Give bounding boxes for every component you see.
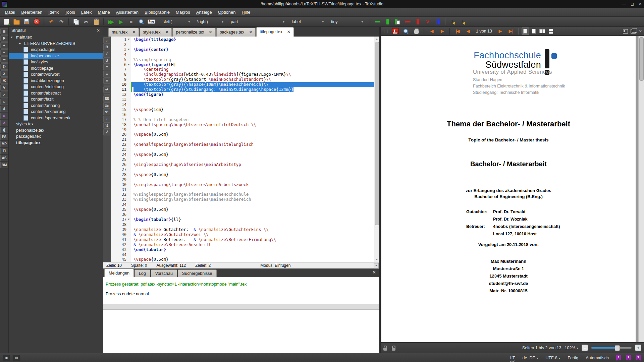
delimiters-icon[interactable]: ([ — [0, 127, 8, 133]
editor-scrollbar[interactable]: ▲ ▼ — [374, 37, 379, 262]
green-hline-icon[interactable] — [373, 18, 382, 26]
tab-titlepage-tex[interactable]: titlepage.tex✕ — [256, 27, 293, 37]
pdf-close-icon[interactable]: ✕ — [639, 29, 642, 34]
terminal-toggle-icon[interactable]: ▣ — [3, 355, 10, 361]
red-hline-icon[interactable] — [403, 18, 412, 26]
tab-packages-tex[interactable]: packages.tex✕ — [216, 28, 256, 37]
messages-tab-log[interactable]: Log — [135, 269, 150, 277]
messages-tab-vorschau[interactable]: Vorschau — [151, 269, 177, 277]
tree-item-content-sperrvermerk[interactable]: content/sperrvermerk — [9, 115, 103, 121]
fold-marker-icon[interactable]: ▼ — [126, 217, 131, 222]
last-page-icon[interactable]: ▶| — [506, 27, 515, 35]
tree-item-content-vorwort[interactable]: content/vorwort — [9, 71, 103, 78]
subscript-icon[interactable]: x₂ — [103, 102, 110, 109]
cyrillic-icon[interactable]: Ж — [0, 77, 8, 84]
expander-closed-icon[interactable]: ▶ — [18, 42, 21, 45]
messages-tab-meldungen[interactable]: Meldungen — [104, 269, 134, 277]
scroll-down-icon[interactable]: ▼ — [374, 257, 379, 262]
tree-item-inc-packages[interactable]: inc/packages — [9, 47, 103, 53]
save-icon[interactable] — [22, 18, 31, 26]
bookmark-icon[interactable]: 1 — [616, 355, 621, 361]
misc-symbols-icon[interactable]: ☺ — [0, 99, 8, 105]
tree-item-packages-tex[interactable]: packages.tex — [9, 133, 103, 140]
tab-close-icon[interactable]: ✕ — [209, 30, 212, 35]
open-file-icon[interactable] — [12, 18, 21, 26]
asymptote-icon[interactable]: AS — [0, 155, 8, 161]
structure-close-icon[interactable]: ✕ — [97, 28, 100, 33]
menu-bearbeiten[interactable]: Bearbeiten — [18, 9, 45, 16]
pdf-app-icon[interactable] — [391, 27, 400, 35]
menu-makros[interactable]: Makros — [173, 9, 193, 16]
menu-idefix[interactable]: Idefix — [45, 9, 62, 16]
pdf-scrollbar-thumb[interactable] — [639, 37, 644, 81]
tree-item-content-abstract[interactable]: content/abstract — [9, 90, 103, 97]
align-left-icon[interactable]: ≡ — [103, 64, 110, 70]
lines-icon[interactable]: ≡ — [0, 49, 8, 56]
windowed-icon[interactable] — [631, 29, 636, 34]
tab-close-icon[interactable]: ✕ — [249, 30, 252, 35]
next-page-icon[interactable]: ▶ — [496, 27, 504, 35]
tree-item-inc-abkuerzungen[interactable]: inc/abkuerzungen — [9, 78, 103, 84]
underline-icon[interactable]: U — [103, 57, 110, 64]
right-delimiter-combo[interactable]: \right)▾ — [195, 18, 225, 26]
tree-item-personalize-tex[interactable]: personalize.tex — [9, 127, 103, 134]
bookmark-icon[interactable]: 2 — [626, 355, 631, 361]
pdf-scrollbar[interactable] — [638, 36, 644, 342]
fold-marker-icon[interactable]: ▼ — [126, 37, 131, 42]
menu-mathe[interactable]: Mathe — [95, 9, 113, 16]
messages-tab-suchergebnisse[interactable]: Suchergebnisse — [178, 269, 217, 277]
pstricks-icon[interactable]: PS — [0, 134, 8, 140]
language-selector[interactable]: de_DE▾ — [523, 356, 538, 360]
menu-latex[interactable]: Latex — [78, 9, 95, 16]
frac-icon[interactable]: ÷ — [103, 116, 110, 122]
first-page-icon[interactable]: |◀ — [453, 27, 462, 35]
zoom-slider[interactable] — [591, 345, 632, 351]
back-icon[interactable]: ◀ — [427, 27, 436, 35]
math-ops-icon[interactable]: ÷ — [0, 42, 8, 49]
tree-item-inc-personalize[interactable]: inc/personalize — [9, 53, 103, 59]
sqrt-icon[interactable]: √ — [103, 129, 110, 135]
bookmarks-icon[interactable]: ⚑ — [0, 35, 8, 42]
maximize-icon[interactable]: ◻ — [631, 2, 634, 6]
math-mode-icon[interactable]: $$ — [103, 96, 110, 102]
view-log-icon[interactable]: log — [147, 18, 156, 26]
grammar-check-badge[interactable]: LT — [510, 356, 515, 360]
label-combo[interactable]: label▾ — [290, 18, 326, 26]
redo-icon[interactable]: ↷ — [57, 18, 66, 26]
tab-close-icon[interactable]: ✕ — [165, 30, 168, 35]
tab-styles-tex[interactable]: styles.tex✕ — [140, 28, 172, 37]
tikz-icon[interactable]: TI — [0, 148, 8, 154]
pdf-view[interactable]: Fachhochschule Südwestfalen University o… — [381, 36, 644, 342]
bookmark-icon[interactable]: 3 — [636, 355, 641, 361]
cut-icon[interactable]: ✂ — [82, 18, 91, 26]
check-icon[interactable]: ✓ — [0, 92, 8, 98]
menu-datei[interactable]: Datei — [2, 9, 18, 16]
build-and-view-icon[interactable]: ▶▶ — [107, 18, 115, 26]
braces-icon[interactable]: {} — [0, 63, 8, 70]
arrows-icon[interactable]: ⇒ — [0, 56, 8, 63]
menu-tools[interactable]: Tools — [62, 9, 78, 16]
tree-item-styles-tex[interactable]: styles.tex — [9, 121, 103, 127]
dock-icon[interactable] — [623, 29, 628, 34]
zoom-slider-knob[interactable] — [615, 345, 620, 351]
new-file-icon[interactable] — [2, 18, 11, 26]
expander-open-icon[interactable]: ▼ — [10, 36, 13, 39]
tab-close-icon[interactable]: ✕ — [287, 29, 290, 34]
copy-icon[interactable] — [72, 18, 80, 26]
scroll-up-icon[interactable]: ▲ — [374, 37, 379, 41]
grid-icon[interactable] — [547, 28, 554, 35]
compile-icon[interactable]: ▶ — [117, 18, 125, 26]
tree-item-content-erklaerung[interactable]: content/erklaerung — [9, 109, 103, 115]
minimize-icon[interactable]: — — [622, 2, 626, 6]
operators-icon[interactable]: ∀ — [0, 84, 8, 91]
menu-assistenten[interactable]: Assistenten — [113, 9, 142, 16]
pdf-page-indicator[interactable]: 1 von 13 — [474, 29, 494, 34]
lambda-left-icon[interactable]: λ — [448, 18, 457, 26]
close-icon[interactable]: ✕ — [639, 2, 642, 6]
tree-item-titlepage-tex[interactable]: titlepage.tex — [9, 140, 103, 146]
italic-icon[interactable]: I — [103, 51, 110, 57]
align-right-icon[interactable]: ≡ — [103, 77, 110, 84]
close-file-icon[interactable]: ✕ — [32, 18, 41, 26]
asterisk-icon[interactable]: ✳ — [0, 120, 8, 126]
menu-optionen[interactable]: Optionen — [215, 9, 239, 16]
